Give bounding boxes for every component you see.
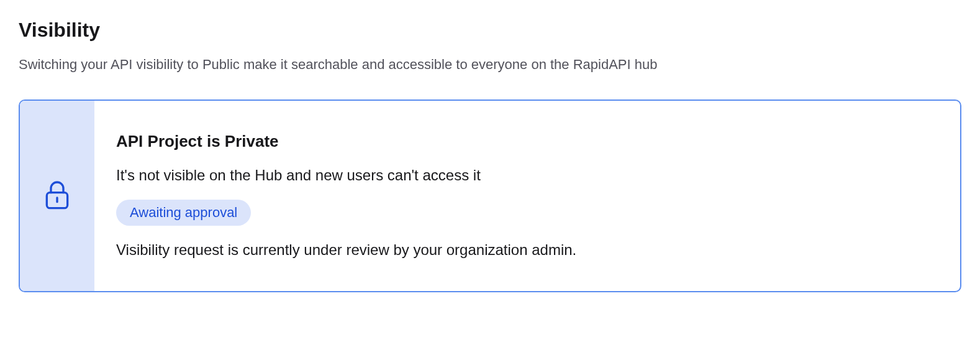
section-title: Visibility [19,19,961,42]
card-note: Visibility request is currently under re… [116,239,576,261]
card-title: API Project is Private [116,132,576,151]
card-icon-section [20,101,94,291]
status-badge: Awaiting approval [116,200,251,226]
section-description: Switching your API visibility to Public … [19,54,961,75]
card-content: API Project is Private It's not visible … [94,101,598,291]
lock-icon [45,180,70,212]
card-subtitle: It's not visible on the Hub and new user… [116,165,576,186]
visibility-card: API Project is Private It's not visible … [19,99,961,292]
